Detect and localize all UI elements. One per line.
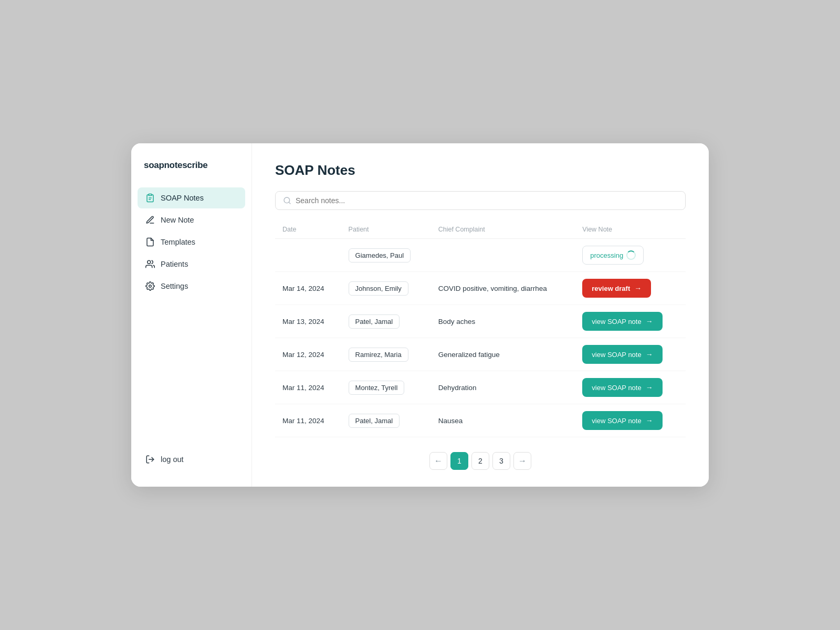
table-body: Giamedes, PaulprocessingMar 14, 2024John… <box>275 239 686 437</box>
pagination-page-2[interactable]: 2 <box>471 452 489 470</box>
cell-date: Mar 14, 2024 <box>275 272 341 305</box>
review-draft-button[interactable]: review draft→ <box>582 279 651 298</box>
main-content: SOAP Notes Date Patient Chief Complaint … <box>252 143 709 487</box>
pagination: ← 1 2 3 → <box>275 452 686 470</box>
edit-icon <box>145 215 155 225</box>
sidebar-item-settings[interactable]: Settings <box>138 276 245 297</box>
col-date: Date <box>275 220 341 239</box>
cell-action: review draft→ <box>575 272 686 305</box>
cell-action: processing <box>575 239 686 272</box>
sidebar-settings-label: Settings <box>161 282 188 290</box>
patient-badge: Patel, Jamal <box>349 314 400 329</box>
cell-date: Mar 13, 2024 <box>275 305 341 338</box>
arrow-icon: → <box>646 416 653 425</box>
cell-date: Mar 11, 2024 <box>275 371 341 404</box>
table-row: Mar 12, 2024Ramirez, MariaGeneralized fa… <box>275 338 686 371</box>
sidebar-item-new-note[interactable]: New Note <box>138 209 245 230</box>
gear-icon <box>145 281 155 291</box>
view-soap-button[interactable]: view SOAP note→ <box>582 312 662 331</box>
app-window: soapnotescribe SOAP Notes <box>131 143 709 487</box>
logout-icon <box>145 454 155 465</box>
cell-complaint <box>431 239 575 272</box>
table-row: Mar 13, 2024Patel, JamalBody achesview S… <box>275 305 686 338</box>
pagination-page-1[interactable]: 1 <box>450 452 468 470</box>
app-logo: soapnotescribe <box>131 160 251 187</box>
cell-date: Mar 11, 2024 <box>275 404 341 437</box>
cell-patient: Patel, Jamal <box>341 404 431 437</box>
table-header: Date Patient Chief Complaint View Note <box>275 220 686 239</box>
cell-action: view SOAP note→ <box>575 404 686 437</box>
cell-action: view SOAP note→ <box>575 338 686 371</box>
cell-action: view SOAP note→ <box>575 305 686 338</box>
cell-complaint: COVID positive, vomiting, diarrhea <box>431 272 575 305</box>
spinner-icon <box>626 250 636 260</box>
search-icon <box>283 196 291 205</box>
cell-complaint: Body aches <box>431 305 575 338</box>
patient-badge: Johnson, Emily <box>349 281 408 296</box>
table-row: Mar 14, 2024Johnson, EmilyCOVID positive… <box>275 272 686 305</box>
view-soap-label: view SOAP note <box>592 417 641 425</box>
arrow-icon: → <box>646 317 653 326</box>
sidebar-footer: log out <box>131 449 251 474</box>
sidebar-soap-notes-label: SOAP Notes <box>161 194 204 202</box>
table-row: Mar 11, 2024Montez, TyrellDehydrationvie… <box>275 371 686 404</box>
svg-line-7 <box>289 202 290 204</box>
search-input[interactable] <box>296 196 678 205</box>
users-icon <box>145 259 155 269</box>
cell-complaint: Dehydration <box>431 371 575 404</box>
view-soap-button[interactable]: view SOAP note→ <box>582 378 662 397</box>
table-row: Mar 11, 2024Patel, JamalNauseaview SOAP … <box>275 404 686 437</box>
arrow-icon: → <box>634 284 642 292</box>
processing-label: processing <box>590 251 623 259</box>
svg-rect-0 <box>149 194 152 196</box>
view-soap-label: view SOAP note <box>592 351 641 359</box>
pagination-prev[interactable]: ← <box>429 452 447 470</box>
pagination-page-3[interactable]: 3 <box>492 452 510 470</box>
clipboard-icon <box>145 193 155 203</box>
sidebar-nav: SOAP Notes New Note <box>131 187 251 449</box>
view-soap-label: view SOAP note <box>592 318 641 326</box>
sidebar-templates-label: Templates <box>161 238 195 246</box>
cell-date <box>275 239 341 272</box>
cell-patient: Johnson, Emily <box>341 272 431 305</box>
processing-button[interactable]: processing <box>582 246 644 265</box>
cell-patient: Giamedes, Paul <box>341 239 431 272</box>
cell-patient: Montez, Tyrell <box>341 371 431 404</box>
view-soap-button[interactable]: view SOAP note→ <box>582 411 662 430</box>
sidebar-item-templates[interactable]: Templates <box>138 232 245 253</box>
table-row: Giamedes, Paulprocessing <box>275 239 686 272</box>
arrow-icon: → <box>646 383 653 392</box>
cell-patient: Patel, Jamal <box>341 305 431 338</box>
sidebar-new-note-label: New Note <box>161 216 194 224</box>
sidebar-item-logout[interactable]: log out <box>138 449 245 470</box>
notes-table: Date Patient Chief Complaint View Note G… <box>275 220 686 437</box>
review-draft-label: review draft <box>592 285 630 292</box>
patient-badge: Patel, Jamal <box>349 414 400 428</box>
view-soap-button[interactable]: view SOAP note→ <box>582 345 662 364</box>
file-icon <box>145 237 155 247</box>
svg-point-3 <box>148 260 151 264</box>
sidebar-item-patients[interactable]: Patients <box>138 254 245 275</box>
cell-date: Mar 12, 2024 <box>275 338 341 371</box>
sidebar-item-soap-notes[interactable]: SOAP Notes <box>138 187 245 208</box>
search-bar <box>275 191 686 210</box>
page-title: SOAP Notes <box>275 162 686 178</box>
cell-complaint: Generalized fatigue <box>431 338 575 371</box>
col-complaint: Chief Complaint <box>431 220 575 239</box>
svg-point-4 <box>149 285 152 288</box>
cell-action: view SOAP note→ <box>575 371 686 404</box>
sidebar-patients-label: Patients <box>161 260 188 268</box>
patient-badge: Ramirez, Maria <box>349 348 408 362</box>
col-view-note: View Note <box>575 220 686 239</box>
patient-badge: Giamedes, Paul <box>349 248 411 262</box>
patient-badge: Montez, Tyrell <box>349 381 405 395</box>
logout-label: log out <box>161 455 184 464</box>
col-patient: Patient <box>341 220 431 239</box>
arrow-icon: → <box>646 350 653 359</box>
view-soap-label: view SOAP note <box>592 384 641 392</box>
pagination-next[interactable]: → <box>513 452 531 470</box>
sidebar: soapnotescribe SOAP Notes <box>131 143 252 487</box>
cell-patient: Ramirez, Maria <box>341 338 431 371</box>
cell-complaint: Nausea <box>431 404 575 437</box>
